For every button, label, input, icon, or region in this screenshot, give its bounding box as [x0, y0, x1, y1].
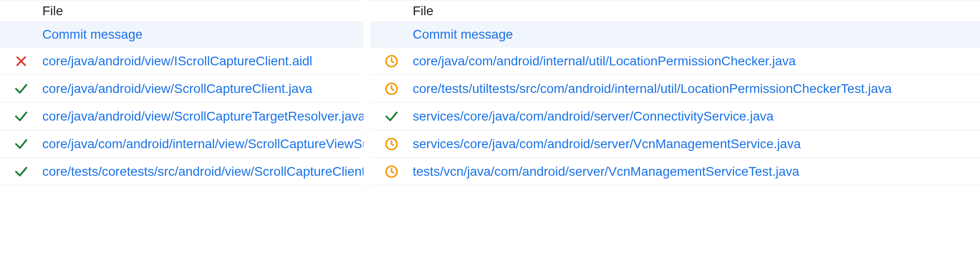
- file-row[interactable]: services/core/java/com/android/server/Co…: [370, 103, 980, 130]
- status-cell: [0, 136, 42, 152]
- file-path-link[interactable]: tests/vcn/java/com/android/server/VcnMan…: [413, 164, 799, 179]
- status-cell: [370, 54, 413, 69]
- commit-message-link[interactable]: Commit message: [42, 27, 143, 41]
- file-path-link[interactable]: core/java/com/android/internal/util/Loca…: [413, 54, 796, 68]
- column-header-row: File: [0, 0, 363, 22]
- status-cell: [0, 81, 42, 97]
- file-path-link[interactable]: services/core/java/com/android/server/Vc…: [413, 137, 801, 151]
- file-path-link[interactable]: core/java/android/view/IScrollCaptureCli…: [42, 54, 312, 68]
- column-header-row: File: [370, 0, 980, 22]
- cross-icon: [14, 54, 28, 68]
- file-row[interactable]: core/java/android/view/ScrollCaptureTarg…: [0, 103, 363, 130]
- check-icon: [384, 109, 399, 124]
- file-list-left: File Commit message core/java/android/vi…: [0, 0, 363, 254]
- file-list-right: File Commit message core/java/com/androi…: [370, 0, 980, 254]
- file-column-header: File: [42, 4, 63, 18]
- clock-icon: [384, 54, 399, 69]
- status-cell: [0, 164, 42, 179]
- file-path-link[interactable]: core/java/android/view/ScrollCaptureTarg…: [42, 109, 363, 123]
- file-row[interactable]: core/java/com/android/internal/view/Scro…: [0, 130, 363, 158]
- commit-message-row[interactable]: Commit message: [0, 22, 363, 47]
- status-cell: [370, 137, 413, 151]
- file-path-link[interactable]: core/java/android/view/ScrollCaptureClie…: [42, 81, 312, 96]
- file-path-link[interactable]: core/java/com/android/internal/view/Scro…: [42, 137, 363, 151]
- status-cell: [0, 109, 42, 124]
- commit-message-link[interactable]: Commit message: [413, 27, 513, 41]
- status-cell: [370, 109, 413, 124]
- file-path-link[interactable]: services/core/java/com/android/server/Co…: [413, 109, 773, 123]
- check-icon: [13, 81, 29, 97]
- clock-icon: [384, 137, 399, 151]
- check-icon: [13, 164, 29, 179]
- file-path-link[interactable]: core/tests/utiltests/src/com/android/int…: [413, 81, 892, 96]
- status-cell: [370, 81, 413, 96]
- file-row[interactable]: core/tests/coretests/src/android/view/Sc…: [0, 158, 363, 185]
- file-row[interactable]: core/java/com/android/internal/util/Loca…: [370, 47, 980, 75]
- file-row[interactable]: core/tests/utiltests/src/com/android/int…: [370, 75, 980, 103]
- status-cell: [0, 54, 42, 68]
- clock-icon: [384, 164, 399, 179]
- status-cell: [370, 164, 413, 179]
- check-icon: [13, 136, 29, 152]
- file-column-header: File: [413, 4, 433, 18]
- file-row[interactable]: core/java/android/view/ScrollCaptureClie…: [0, 75, 363, 103]
- file-row[interactable]: services/core/java/com/android/server/Vc…: [370, 130, 980, 158]
- clock-icon: [384, 81, 399, 96]
- commit-message-row[interactable]: Commit message: [370, 22, 980, 47]
- file-path-link[interactable]: core/tests/coretests/src/android/view/Sc…: [42, 164, 363, 179]
- check-icon: [13, 109, 29, 124]
- file-row[interactable]: tests/vcn/java/com/android/server/VcnMan…: [370, 158, 980, 185]
- file-row[interactable]: core/java/android/view/IScrollCaptureCli…: [0, 47, 363, 75]
